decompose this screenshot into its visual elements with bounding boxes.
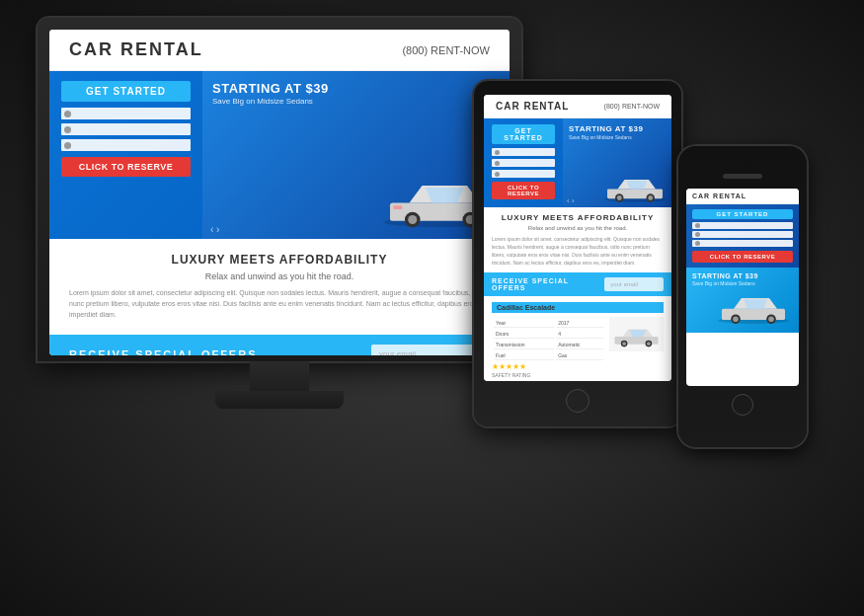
newsletter-label-desktop: RECEIVE SPECIAL OFFERS xyxy=(69,348,258,355)
monitor-screen: CAR RENTAL (800) RENT-NOW GET STARTED xyxy=(49,30,510,355)
calendar-icon-tablet xyxy=(495,161,500,166)
reserve-btn-tablet[interactable]: CLICK TO RESERVE xyxy=(492,182,555,199)
hero-right-tablet: STARTING AT $39 Save Big on Midsize Seda… xyxy=(563,118,671,207)
nav-arrows-desktop[interactable]: ‹ › xyxy=(210,224,219,235)
svg-rect-7 xyxy=(393,205,402,209)
get-started-btn-phone[interactable]: GET STARTED xyxy=(692,209,793,219)
svg-point-22 xyxy=(733,316,739,322)
site-hero-tablet: GET STARTED CLICK TO RESERVE STARTING AT… xyxy=(484,118,671,207)
phone-hero-section: GET STARTED CLICK TO RESERVE xyxy=(686,204,799,268)
site-phone-desktop: (800) RENT-NOW xyxy=(402,44,490,56)
phone-frame: CAR RENTAL GET STARTED CLICK TO RESERVE … xyxy=(678,146,807,447)
newsletter-section-tablet: RECEIVE SPECIAL OFFERS your email xyxy=(484,272,671,296)
tablet-home-btn[interactable] xyxy=(566,389,589,413)
calendar-icon-phone xyxy=(695,232,700,237)
phone-screen: CAR RENTAL GET STARTED CLICK TO RESERVE … xyxy=(686,189,799,386)
hero-headline-tablet: STARTING AT $39 xyxy=(569,124,666,133)
table-row: Transmission Automatic xyxy=(494,341,603,349)
star-rating: ★★★★★ xyxy=(492,362,664,371)
phone-hero-image: STARTING AT $39 Save Big on Midsize Seda… xyxy=(686,268,799,333)
safety-rating-label: SAFETY RATING xyxy=(492,372,664,378)
site-hero-desktop: GET STARTED CLICK TO RESERVE xyxy=(49,71,510,239)
newsletter-section-desktop: RECEIVE SPECIAL OFFERS your email xyxy=(49,335,510,355)
scene: CAR RENTAL (800) RENT-NOW GET STARTED xyxy=(0,0,864,616)
newsletter-label-tablet: RECEIVE SPECIAL OFFERS xyxy=(492,277,604,291)
tablet-frame: CAR RENTAL (800) RENT-NOW GET STARTED CL… xyxy=(474,81,681,426)
car-detail-value: 4 xyxy=(556,330,603,339)
table-row: Fuel Gas xyxy=(494,351,603,360)
content-sub-tablet: Relax and unwind as you hit the road. xyxy=(492,225,664,231)
table-row: Year 2017 xyxy=(494,319,603,328)
calendar2-icon-tablet xyxy=(495,172,500,177)
newsletter-input-tablet[interactable]: your email xyxy=(604,277,664,291)
hero-sub-tablet: Save Big on Midsize Sedans xyxy=(569,134,666,140)
car-listing-tablet: Cadillac Escalade Year 2017 Doors 4 xyxy=(484,296,671,381)
calendar-end-icon-desktop xyxy=(64,142,71,149)
car-detail-value: Automatic xyxy=(556,341,603,349)
monitor-stand-base xyxy=(215,391,344,409)
table-row: Doors 4 xyxy=(494,330,603,339)
get-started-btn-desktop[interactable]: GET STARTED xyxy=(61,81,191,102)
form-field-2-desktop[interactable] xyxy=(61,123,191,135)
reserve-btn-desktop[interactable]: CLICK TO RESERVE xyxy=(61,157,191,177)
car-listing-title-tablet: Cadillac Escalade xyxy=(492,302,664,313)
location-icon-desktop xyxy=(64,111,71,117)
content-body-desktop: Lorem ipsum dolor sit amet, consectetur … xyxy=(69,287,490,321)
phone-device: CAR RENTAL GET STARTED CLICK TO RESERVE … xyxy=(678,146,807,447)
car-detail-label: Year xyxy=(494,319,554,328)
car-detail-label: Fuel xyxy=(494,351,554,360)
newsletter-input-desktop[interactable]: your email xyxy=(371,345,490,355)
phone-home-btn[interactable] xyxy=(732,394,753,416)
hero-car-phone xyxy=(692,288,793,328)
site-header-desktop: CAR RENTAL (800) RENT-NOW xyxy=(49,30,510,71)
car-detail-value: 2017 xyxy=(556,319,603,328)
car-detail-value: Gas xyxy=(556,351,603,360)
form-field-3-desktop[interactable] xyxy=(61,139,191,151)
car-svg-phone xyxy=(714,288,793,324)
car-listing-table: Year 2017 Doors 4 Transmission Automatic xyxy=(492,317,605,362)
tablet-screen: CAR RENTAL (800) RENT-NOW GET STARTED CL… xyxy=(484,95,671,381)
location-icon-phone xyxy=(695,223,700,228)
form-field-2-tablet[interactable] xyxy=(492,159,555,167)
content-heading-tablet: LUXURY MEETS AFFORDABILITY xyxy=(492,213,664,222)
location-icon-tablet xyxy=(495,150,500,155)
get-started-btn-tablet[interactable]: GET STARTED xyxy=(492,124,555,144)
calendar-icon-desktop xyxy=(64,126,71,133)
content-body-tablet: Lorem ipsum dolor sit amet, consectetur … xyxy=(492,235,664,267)
car-svg-listing xyxy=(609,321,664,348)
site-logo-desktop: CAR RENTAL xyxy=(69,39,203,60)
svg-point-11 xyxy=(617,195,622,200)
form-field-1-tablet[interactable] xyxy=(492,148,555,156)
car-detail-label: Transmission xyxy=(494,341,554,349)
site-header-tablet: CAR RENTAL (800) RENT-NOW xyxy=(484,95,671,118)
svg-point-16 xyxy=(622,342,626,346)
reserve-btn-phone[interactable]: CLICK TO RESERVE xyxy=(692,251,793,263)
form-field-3-tablet[interactable] xyxy=(492,170,555,178)
hero-headline-phone: STARTING AT $39 xyxy=(692,272,793,279)
svg-point-13 xyxy=(648,195,653,200)
hero-left-desktop: GET STARTED CLICK TO RESERVE xyxy=(49,71,202,239)
hero-sub-phone: Save Big on Midsize Sedans xyxy=(692,280,793,286)
car-detail-label: Doors xyxy=(494,330,554,339)
hero-right-desktop: STARTING AT $39 Save Big on Midsize Seda… xyxy=(202,71,510,239)
site-phone-tablet: (800) RENT-NOW xyxy=(604,103,660,110)
form-field-1-desktop[interactable] xyxy=(61,108,191,119)
site-content-desktop: LUXURY MEETS AFFORDABILITY Relax and unw… xyxy=(49,239,510,335)
site-content-tablet: LUXURY MEETS AFFORDABILITY Relax and unw… xyxy=(484,207,671,272)
monitor-stand-neck xyxy=(250,361,309,391)
tablet-device: CAR RENTAL (800) RENT-NOW GET STARTED CL… xyxy=(474,81,681,426)
form-field-2-phone[interactable] xyxy=(692,231,793,238)
desktop-monitor: CAR RENTAL (800) RENT-NOW GET STARTED xyxy=(38,18,521,409)
site-logo-phone: CAR RENTAL xyxy=(692,192,746,199)
monitor-frame: CAR RENTAL (800) RENT-NOW GET STARTED xyxy=(38,18,521,361)
svg-point-3 xyxy=(408,215,417,224)
form-field-1-phone[interactable] xyxy=(692,222,793,229)
content-heading-desktop: LUXURY MEETS AFFORDABILITY xyxy=(69,253,490,267)
site-logo-tablet: CAR RENTAL xyxy=(496,101,569,112)
nav-arrows-tablet[interactable]: ‹ › xyxy=(567,196,575,205)
calendar2-icon-phone xyxy=(695,241,700,246)
svg-point-18 xyxy=(647,342,651,346)
car-thumbnail xyxy=(609,317,664,351)
form-field-3-phone[interactable] xyxy=(692,240,793,247)
car-svg-tablet xyxy=(600,168,669,205)
